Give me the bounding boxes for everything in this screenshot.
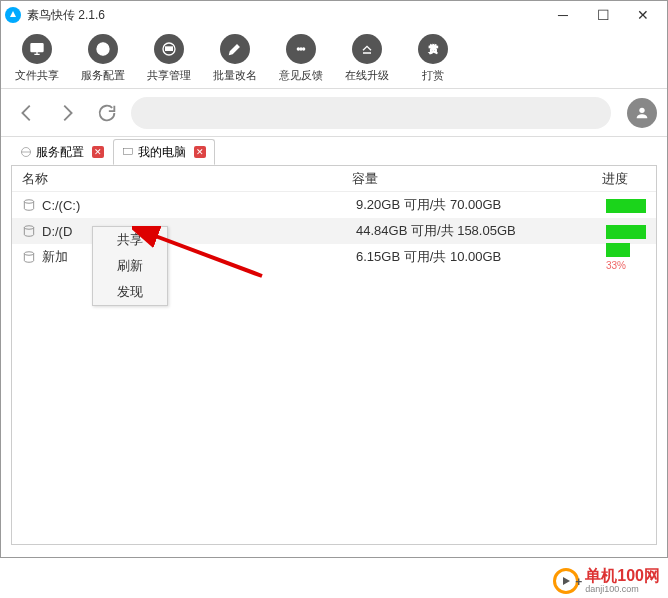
- address-bar[interactable]: [131, 97, 611, 129]
- column-capacity[interactable]: 容量: [352, 170, 602, 188]
- titlebar: 素鸟快传 2.1.6 ─ ☐ ✕: [1, 1, 667, 29]
- maximize-button[interactable]: ☐: [583, 1, 623, 29]
- disk-icon: [22, 224, 36, 238]
- menu-item[interactable]: 刷新: [93, 253, 167, 279]
- disk-icon: [22, 198, 36, 212]
- back-button[interactable]: [11, 97, 43, 129]
- forward-button[interactable]: [51, 97, 83, 129]
- tool-upgrade[interactable]: 在线升级: [341, 34, 393, 83]
- svg-rect-3: [166, 47, 173, 48]
- watermark-icon: [553, 568, 579, 594]
- content-area: 名称 容量 进度 C:/(C:)9.20GB 可用/共 70.00GBD:/(D…: [11, 165, 657, 545]
- tab-service-config-icon: [20, 146, 32, 158]
- tool-upgrade-icon: [352, 34, 382, 64]
- tool-reward[interactable]: 赏打赏: [407, 34, 459, 83]
- tool-service-config-label: 服务配置: [81, 68, 125, 83]
- row-name: 新加: [42, 248, 356, 266]
- toolbar: 文件共享服务配置共享管理批量改名意见反馈在线升级赏打赏: [1, 29, 667, 89]
- row-capacity: 6.15GB 可用/共 10.00GB: [356, 248, 606, 266]
- tool-file-share[interactable]: 文件共享: [11, 34, 63, 83]
- tool-feedback-icon: [286, 34, 316, 64]
- watermark-title: 单机100网: [585, 568, 660, 584]
- row-capacity: 9.20GB 可用/共 70.00GB: [356, 196, 606, 214]
- svg-point-12: [24, 200, 33, 204]
- tool-service-config-icon: [88, 34, 118, 64]
- tool-reward-label: 打赏: [422, 68, 444, 83]
- tool-upgrade-label: 在线升级: [345, 68, 389, 83]
- tab-my-computer-icon: [122, 146, 134, 158]
- svg-rect-11: [124, 149, 133, 155]
- row-progress: [606, 197, 656, 213]
- tool-share-manage-icon: [154, 34, 184, 64]
- column-progress[interactable]: 进度: [602, 170, 656, 188]
- refresh-button[interactable]: [91, 97, 123, 129]
- svg-point-13: [24, 226, 33, 230]
- row-name: D:/(D: [42, 224, 356, 239]
- watermark: 单机100网 danji100.com: [553, 568, 660, 594]
- row-progress: 33%: [606, 242, 656, 273]
- tool-file-share-icon: [22, 34, 52, 64]
- menu-item[interactable]: 共享: [93, 227, 167, 253]
- disk-icon: [22, 250, 36, 264]
- table-row[interactable]: C:/(C:)9.20GB 可用/共 70.00GB: [12, 192, 656, 218]
- svg-point-7: [303, 48, 305, 50]
- column-name[interactable]: 名称: [12, 170, 352, 188]
- tool-reward-icon: 赏: [418, 34, 448, 64]
- menu-item[interactable]: 发现: [93, 279, 167, 305]
- user-button[interactable]: [627, 98, 657, 128]
- svg-point-9: [639, 107, 644, 112]
- close-button[interactable]: ✕: [623, 1, 663, 29]
- row-progress: [606, 223, 656, 239]
- svg-rect-4: [166, 49, 173, 50]
- tab-service-config-label: 服务配置: [36, 144, 84, 161]
- tool-feedback[interactable]: 意见反馈: [275, 34, 327, 83]
- table-header: 名称 容量 进度: [12, 166, 656, 192]
- tool-service-config[interactable]: 服务配置: [77, 34, 129, 83]
- svg-point-5: [297, 48, 299, 50]
- context-menu: 共享刷新发现: [92, 226, 168, 306]
- tool-batch-rename[interactable]: 批量改名: [209, 34, 261, 83]
- tab-service-config[interactable]: 服务配置✕: [11, 139, 113, 165]
- tabs-bar: 服务配置✕我的电脑✕: [1, 137, 667, 165]
- tool-share-manage[interactable]: 共享管理: [143, 34, 195, 83]
- watermark-sub: danji100.com: [585, 584, 660, 594]
- tool-feedback-label: 意见反馈: [279, 68, 323, 83]
- tool-batch-rename-label: 批量改名: [213, 68, 257, 83]
- svg-point-14: [24, 252, 33, 256]
- row-capacity: 44.84GB 可用/共 158.05GB: [356, 222, 606, 240]
- tab-my-computer-close[interactable]: ✕: [194, 146, 206, 158]
- tool-share-manage-label: 共享管理: [147, 68, 191, 83]
- minimize-button[interactable]: ─: [543, 1, 583, 29]
- tool-batch-rename-icon: [220, 34, 250, 64]
- svg-point-6: [300, 48, 302, 50]
- tab-my-computer-label: 我的电脑: [138, 144, 186, 161]
- svg-text:赏: 赏: [429, 44, 438, 54]
- tab-service-config-close[interactable]: ✕: [92, 146, 104, 158]
- tab-my-computer[interactable]: 我的电脑✕: [113, 139, 215, 165]
- svg-rect-0: [31, 44, 43, 52]
- navbar: [1, 89, 667, 137]
- window-title: 素鸟快传 2.1.6: [27, 7, 543, 24]
- tool-file-share-label: 文件共享: [15, 68, 59, 83]
- app-icon: [5, 7, 21, 23]
- row-name: C:/(C:): [42, 198, 356, 213]
